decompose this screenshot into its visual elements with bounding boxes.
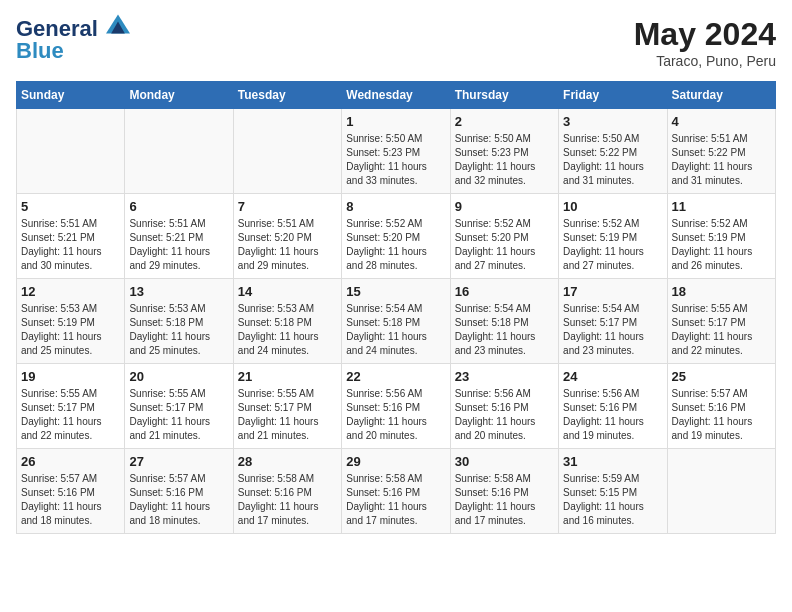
cell-info: Sunrise: 5:52 AM Sunset: 5:19 PM Dayligh… <box>563 217 662 273</box>
day-number: 10 <box>563 199 662 214</box>
day-number: 29 <box>346 454 445 469</box>
cell-info: Sunrise: 5:55 AM Sunset: 5:17 PM Dayligh… <box>21 387 120 443</box>
cell-info: Sunrise: 5:53 AM Sunset: 5:19 PM Dayligh… <box>21 302 120 358</box>
weekday-header: Thursday <box>450 82 558 109</box>
calendar-table: SundayMondayTuesdayWednesdayThursdayFrid… <box>16 81 776 534</box>
calendar-week-row: 1Sunrise: 5:50 AM Sunset: 5:23 PM Daylig… <box>17 109 776 194</box>
calendar-cell: 22Sunrise: 5:56 AM Sunset: 5:16 PM Dayli… <box>342 364 450 449</box>
day-number: 2 <box>455 114 554 129</box>
calendar-cell: 21Sunrise: 5:55 AM Sunset: 5:17 PM Dayli… <box>233 364 341 449</box>
day-number: 13 <box>129 284 228 299</box>
calendar-cell: 15Sunrise: 5:54 AM Sunset: 5:18 PM Dayli… <box>342 279 450 364</box>
calendar-cell: 8Sunrise: 5:52 AM Sunset: 5:20 PM Daylig… <box>342 194 450 279</box>
cell-info: Sunrise: 5:56 AM Sunset: 5:16 PM Dayligh… <box>563 387 662 443</box>
day-number: 24 <box>563 369 662 384</box>
calendar-cell <box>125 109 233 194</box>
cell-info: Sunrise: 5:52 AM Sunset: 5:20 PM Dayligh… <box>455 217 554 273</box>
day-number: 31 <box>563 454 662 469</box>
day-number: 5 <box>21 199 120 214</box>
day-number: 23 <box>455 369 554 384</box>
title-block: May 2024 Taraco, Puno, Peru <box>634 16 776 69</box>
cell-info: Sunrise: 5:51 AM Sunset: 5:21 PM Dayligh… <box>129 217 228 273</box>
weekday-header: Wednesday <box>342 82 450 109</box>
cell-info: Sunrise: 5:50 AM Sunset: 5:23 PM Dayligh… <box>455 132 554 188</box>
calendar-cell: 14Sunrise: 5:53 AM Sunset: 5:18 PM Dayli… <box>233 279 341 364</box>
day-number: 7 <box>238 199 337 214</box>
calendar-cell: 28Sunrise: 5:58 AM Sunset: 5:16 PM Dayli… <box>233 449 341 534</box>
cell-info: Sunrise: 5:54 AM Sunset: 5:18 PM Dayligh… <box>455 302 554 358</box>
day-number: 18 <box>672 284 771 299</box>
calendar-cell: 31Sunrise: 5:59 AM Sunset: 5:15 PM Dayli… <box>559 449 667 534</box>
cell-info: Sunrise: 5:52 AM Sunset: 5:20 PM Dayligh… <box>346 217 445 273</box>
calendar-week-row: 19Sunrise: 5:55 AM Sunset: 5:17 PM Dayli… <box>17 364 776 449</box>
calendar-cell <box>233 109 341 194</box>
cell-info: Sunrise: 5:51 AM Sunset: 5:22 PM Dayligh… <box>672 132 771 188</box>
calendar-title: May 2024 <box>634 16 776 53</box>
logo: General Blue <box>16 16 130 62</box>
day-number: 20 <box>129 369 228 384</box>
day-number: 17 <box>563 284 662 299</box>
cell-info: Sunrise: 5:57 AM Sunset: 5:16 PM Dayligh… <box>21 472 120 528</box>
calendar-cell: 19Sunrise: 5:55 AM Sunset: 5:17 PM Dayli… <box>17 364 125 449</box>
calendar-cell: 1Sunrise: 5:50 AM Sunset: 5:23 PM Daylig… <box>342 109 450 194</box>
calendar-cell: 3Sunrise: 5:50 AM Sunset: 5:22 PM Daylig… <box>559 109 667 194</box>
cell-info: Sunrise: 5:58 AM Sunset: 5:16 PM Dayligh… <box>346 472 445 528</box>
day-number: 19 <box>21 369 120 384</box>
cell-info: Sunrise: 5:54 AM Sunset: 5:17 PM Dayligh… <box>563 302 662 358</box>
calendar-cell: 18Sunrise: 5:55 AM Sunset: 5:17 PM Dayli… <box>667 279 775 364</box>
calendar-cell: 5Sunrise: 5:51 AM Sunset: 5:21 PM Daylig… <box>17 194 125 279</box>
calendar-cell: 23Sunrise: 5:56 AM Sunset: 5:16 PM Dayli… <box>450 364 558 449</box>
cell-info: Sunrise: 5:58 AM Sunset: 5:16 PM Dayligh… <box>238 472 337 528</box>
day-number: 11 <box>672 199 771 214</box>
cell-info: Sunrise: 5:53 AM Sunset: 5:18 PM Dayligh… <box>238 302 337 358</box>
calendar-cell: 2Sunrise: 5:50 AM Sunset: 5:23 PM Daylig… <box>450 109 558 194</box>
calendar-cell: 24Sunrise: 5:56 AM Sunset: 5:16 PM Dayli… <box>559 364 667 449</box>
calendar-cell: 9Sunrise: 5:52 AM Sunset: 5:20 PM Daylig… <box>450 194 558 279</box>
day-number: 12 <box>21 284 120 299</box>
cell-info: Sunrise: 5:53 AM Sunset: 5:18 PM Dayligh… <box>129 302 228 358</box>
day-number: 30 <box>455 454 554 469</box>
day-number: 15 <box>346 284 445 299</box>
day-number: 9 <box>455 199 554 214</box>
page-header: General Blue May 2024 Taraco, Puno, Peru <box>16 16 776 69</box>
cell-info: Sunrise: 5:58 AM Sunset: 5:16 PM Dayligh… <box>455 472 554 528</box>
cell-info: Sunrise: 5:50 AM Sunset: 5:23 PM Dayligh… <box>346 132 445 188</box>
day-number: 16 <box>455 284 554 299</box>
day-number: 25 <box>672 369 771 384</box>
calendar-cell: 16Sunrise: 5:54 AM Sunset: 5:18 PM Dayli… <box>450 279 558 364</box>
cell-info: Sunrise: 5:51 AM Sunset: 5:21 PM Dayligh… <box>21 217 120 273</box>
calendar-cell: 20Sunrise: 5:55 AM Sunset: 5:17 PM Dayli… <box>125 364 233 449</box>
calendar-cell: 11Sunrise: 5:52 AM Sunset: 5:19 PM Dayli… <box>667 194 775 279</box>
cell-info: Sunrise: 5:55 AM Sunset: 5:17 PM Dayligh… <box>672 302 771 358</box>
day-number: 28 <box>238 454 337 469</box>
calendar-week-row: 5Sunrise: 5:51 AM Sunset: 5:21 PM Daylig… <box>17 194 776 279</box>
day-number: 4 <box>672 114 771 129</box>
calendar-cell: 26Sunrise: 5:57 AM Sunset: 5:16 PM Dayli… <box>17 449 125 534</box>
calendar-week-row: 26Sunrise: 5:57 AM Sunset: 5:16 PM Dayli… <box>17 449 776 534</box>
weekday-header-row: SundayMondayTuesdayWednesdayThursdayFrid… <box>17 82 776 109</box>
calendar-cell <box>667 449 775 534</box>
day-number: 21 <box>238 369 337 384</box>
day-number: 14 <box>238 284 337 299</box>
weekday-header: Monday <box>125 82 233 109</box>
cell-info: Sunrise: 5:55 AM Sunset: 5:17 PM Dayligh… <box>129 387 228 443</box>
weekday-header: Friday <box>559 82 667 109</box>
calendar-cell <box>17 109 125 194</box>
logo-text: General <box>16 16 130 40</box>
day-number: 27 <box>129 454 228 469</box>
calendar-cell: 25Sunrise: 5:57 AM Sunset: 5:16 PM Dayli… <box>667 364 775 449</box>
cell-info: Sunrise: 5:59 AM Sunset: 5:15 PM Dayligh… <box>563 472 662 528</box>
logo-blue: Blue <box>16 40 130 62</box>
cell-info: Sunrise: 5:54 AM Sunset: 5:18 PM Dayligh… <box>346 302 445 358</box>
weekday-header: Tuesday <box>233 82 341 109</box>
cell-info: Sunrise: 5:51 AM Sunset: 5:20 PM Dayligh… <box>238 217 337 273</box>
cell-info: Sunrise: 5:56 AM Sunset: 5:16 PM Dayligh… <box>346 387 445 443</box>
calendar-cell: 30Sunrise: 5:58 AM Sunset: 5:16 PM Dayli… <box>450 449 558 534</box>
calendar-cell: 27Sunrise: 5:57 AM Sunset: 5:16 PM Dayli… <box>125 449 233 534</box>
cell-info: Sunrise: 5:52 AM Sunset: 5:19 PM Dayligh… <box>672 217 771 273</box>
calendar-cell: 6Sunrise: 5:51 AM Sunset: 5:21 PM Daylig… <box>125 194 233 279</box>
calendar-cell: 12Sunrise: 5:53 AM Sunset: 5:19 PM Dayli… <box>17 279 125 364</box>
cell-info: Sunrise: 5:57 AM Sunset: 5:16 PM Dayligh… <box>129 472 228 528</box>
day-number: 3 <box>563 114 662 129</box>
calendar-cell: 7Sunrise: 5:51 AM Sunset: 5:20 PM Daylig… <box>233 194 341 279</box>
